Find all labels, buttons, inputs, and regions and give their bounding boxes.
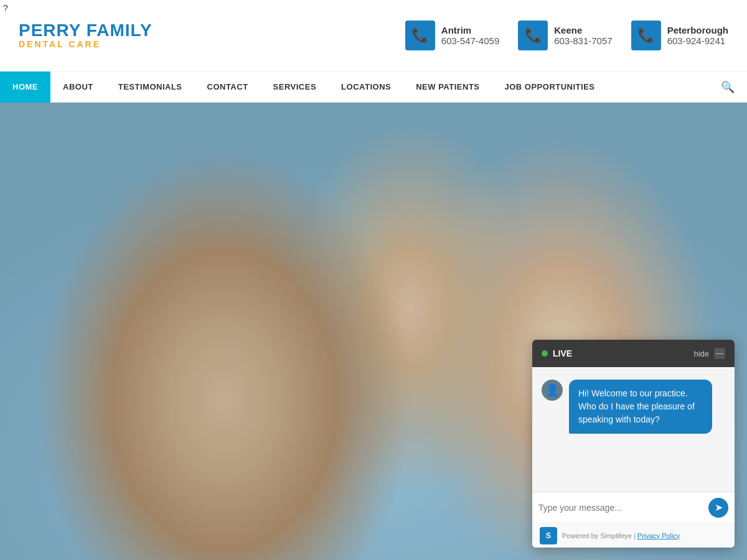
chat-footer-text: Powered by Simplifeye | Privacy Policy <box>562 532 680 539</box>
phone-group: 📞 Antrim 603-547-4059 📞 Keene 603-831-70… <box>405 21 728 50</box>
phone-icon-peterborough: 📞 <box>631 21 661 50</box>
minimize-button[interactable]: — <box>714 348 725 359</box>
simplifeye-logo-icon: S <box>540 527 557 544</box>
logo[interactable]: PERRY FAMILY DENTAL CARE <box>19 22 153 49</box>
question-mark: ? <box>3 3 8 13</box>
hero-section: LIVE hide — 👤 Hi! Welcome to our practic… <box>0 103 747 560</box>
chat-input-area: ➤ <box>532 492 735 523</box>
main-nav: HOME ABOUT TESTIMONIALS CONTACT SERVICES… <box>0 72 747 103</box>
powered-by-text: Powered by Simplifeye | <box>562 532 637 539</box>
city-antrim: Antrim <box>441 25 499 35</box>
nav-services[interactable]: SERVICES <box>261 72 329 103</box>
number-peterborough: 603-924-9241 <box>667 35 728 46</box>
hide-button[interactable]: hide <box>693 349 709 358</box>
phone-antrim[interactable]: 📞 Antrim 603-547-4059 <box>405 21 499 50</box>
nav-job-opportunities[interactable]: JOB OPPORTUNITIES <box>492 72 608 103</box>
chat-message-bubble: Hi! Welcome to our practice. Who do I ha… <box>569 380 712 434</box>
privacy-policy-link[interactable]: Privacy Policy <box>637 532 680 539</box>
search-icon[interactable]: 🔍 <box>708 80 747 94</box>
nav-about[interactable]: ABOUT <box>50 72 106 103</box>
nav-locations[interactable]: LOCATIONS <box>329 72 403 103</box>
chat-header: LIVE hide — <box>532 340 735 367</box>
city-keene: Keene <box>554 25 612 35</box>
live-label: LIVE <box>553 348 693 358</box>
nav-home[interactable]: HOME <box>0 72 50 103</box>
nav-contact[interactable]: CONTACT <box>195 72 261 103</box>
site-header: PERRY FAMILY DENTAL CARE 📞 Antrim 603-54… <box>0 0 747 72</box>
nav-testimonials[interactable]: TESTIMONIALS <box>106 72 195 103</box>
live-indicator-dot <box>542 350 548 357</box>
logo-line2: DENTAL CARE <box>19 39 153 49</box>
nav-new-patients[interactable]: NEW PATIENTS <box>403 72 492 103</box>
phone-keene[interactable]: 📞 Keene 603-831-7057 <box>518 21 612 50</box>
phone-icon-keene: 📞 <box>518 21 548 50</box>
city-peterborough: Peterborough <box>667 25 728 35</box>
chat-messages-area: 👤 Hi! Welcome to our practice. Who do I … <box>532 367 735 492</box>
chat-avatar: 👤 <box>542 380 563 401</box>
phone-peterborough[interactable]: 📞 Peterborough 603-924-9241 <box>631 21 728 50</box>
chat-send-button[interactable]: ➤ <box>708 498 728 518</box>
chat-footer: S Powered by Simplifeye | Privacy Policy <box>532 523 735 548</box>
number-keene: 603-831-7057 <box>554 35 612 46</box>
chat-message-input[interactable] <box>538 503 708 513</box>
logo-line1: PERRY FAMILY <box>19 22 153 39</box>
number-antrim: 603-547-4059 <box>441 35 499 46</box>
phone-icon-antrim: 📞 <box>405 21 435 50</box>
chat-widget: LIVE hide — 👤 Hi! Welcome to our practic… <box>532 340 735 548</box>
